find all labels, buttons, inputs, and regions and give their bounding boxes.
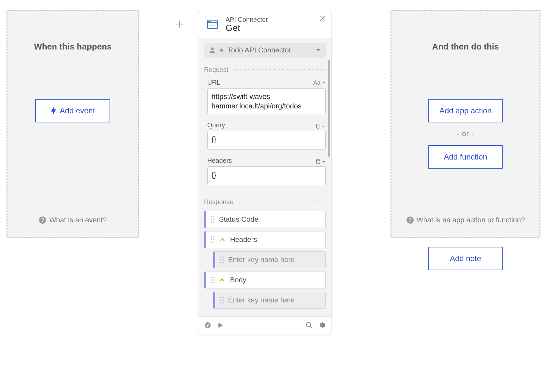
footer-settings-button[interactable] [318,322,326,329]
response-body-key-input[interactable]: Enter key name here [213,292,326,309]
trigger-panel-title: When this happens [34,42,111,52]
add-note-button[interactable]: Add note [428,247,503,270]
action-panel: And then do this Add app action - or - A… [391,10,540,238]
footer-search-button[interactable] [305,322,313,329]
headers-field-label: Headers [207,157,232,164]
add-event-button[interactable]: Add event [35,99,110,122]
scrollbar[interactable] [328,58,330,192]
scope-label: Todo API Connector [228,46,291,54]
svg-rect-5 [210,21,211,22]
drag-handle-icon[interactable] [211,236,214,243]
add-function-button[interactable]: Add function [428,145,503,169]
trigger-panel: When this happens Add event ? What is an… [7,10,139,238]
headers-mode-toggle[interactable] [316,159,326,164]
query-field-label: Query [207,121,225,129]
response-status-code-row[interactable]: Status Code [204,211,326,228]
action-help-link[interactable]: ? What is an app action or function? [406,216,525,224]
caret-down-icon [322,124,326,128]
user-icon [209,47,216,54]
chevron-down-icon [315,47,321,53]
center-column: </> API Connector Get [198,10,332,334]
add-event-label: Add event [60,106,95,115]
svg-text:?: ? [206,323,209,328]
svg-point-15 [306,323,311,327]
dot-icon [220,48,224,52]
card-supertitle: API Connector [226,16,268,23]
response-section-label: Response [204,198,233,206]
drag-handle-icon[interactable] [220,257,224,263]
card-title: Get [226,23,268,33]
drag-handle-icon[interactable] [211,277,214,283]
card-footer: ? [198,316,332,334]
add-app-action-button[interactable]: Add app action [428,99,503,122]
response-headers-row[interactable]: Headers [204,231,326,248]
drag-handle-icon[interactable] [211,216,214,223]
response-headers-key-input[interactable]: Enter key name here [213,251,326,268]
headers-input[interactable] [207,166,326,185]
footer-help-button[interactable]: ? [204,322,211,329]
svg-text:?: ? [41,217,44,223]
svg-text:?: ? [408,217,412,223]
drag-handle-icon[interactable] [220,297,224,303]
svg-point-9 [211,48,214,50]
caret-down-icon [322,160,326,164]
svg-line-16 [310,326,312,328]
svg-point-10 [220,49,223,52]
url-field-label: URL [207,79,220,86]
api-connector-icon: </> [205,17,220,32]
or-separator: - or - [457,130,474,138]
help-icon: ? [39,216,47,224]
footer-run-button[interactable] [217,322,224,329]
svg-point-11 [317,124,320,125]
database-icon [316,124,320,129]
chevron-up-icon [219,277,226,283]
help-icon: ? [406,216,414,224]
action-panel-title: And then do this [432,42,499,52]
svg-point-12 [317,159,320,161]
scope-selector[interactable]: Todo API Connector [204,43,326,58]
close-card-button[interactable] [319,15,326,22]
url-input[interactable] [207,88,326,114]
chevron-up-icon [219,236,226,243]
card-header: </> API Connector Get [198,10,332,38]
url-mode-toggle[interactable]: Aa [313,79,326,86]
right-column: And then do this Add app action - or - A… [391,10,540,270]
caret-down-icon [322,81,326,85]
connector-card: </> API Connector Get [198,10,332,334]
query-mode-toggle[interactable] [316,124,326,129]
bolt-icon [51,107,56,115]
trigger-help-link[interactable]: ? What is an event? [39,216,107,224]
svg-text:</>: </> [210,24,215,28]
request-section: Request URL Aa Query [198,58,332,195]
response-body-row[interactable]: Body [204,272,326,288]
query-input[interactable] [207,131,326,150]
svg-rect-4 [208,21,209,22]
request-section-label: Request [204,66,229,74]
response-section: Response Status Code Headers Enter [198,195,332,316]
database-icon [316,159,320,164]
add-step-button[interactable] [175,20,184,29]
